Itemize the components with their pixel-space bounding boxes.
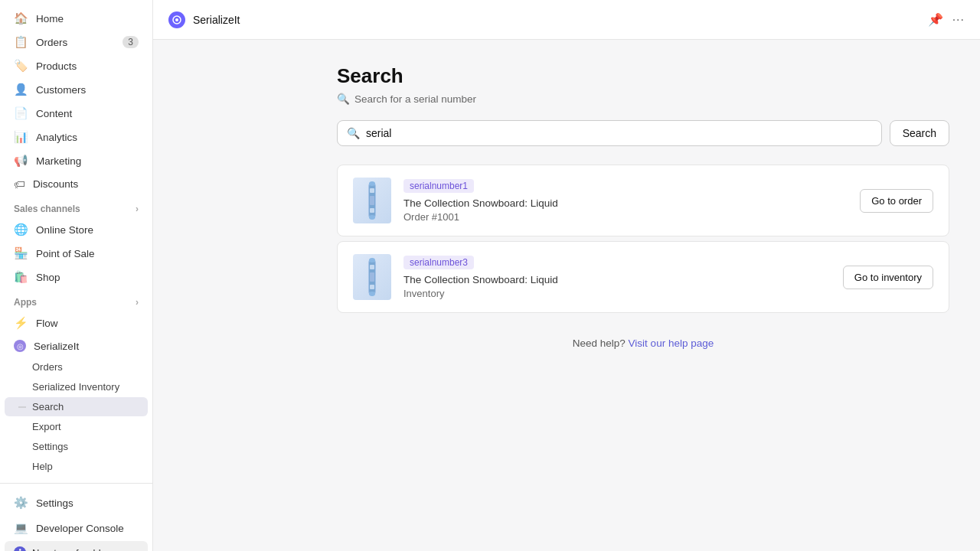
sidebar-sub-search[interactable]: Search (5, 397, 148, 416)
sidebar-item-non-transferable[interactable]: ℹ Non-transferable (5, 541, 148, 551)
svg-rect-13 (370, 285, 374, 289)
sidebar-item-discounts[interactable]: 🏷 Discounts (5, 173, 148, 195)
sidebar-item-label: Marketing (36, 155, 81, 167)
sidebar-item-label: Products (36, 60, 77, 72)
serial-badge-1: serialnumber1 (403, 179, 474, 193)
more-options-button[interactable]: ··· (952, 13, 965, 27)
sales-channels-section[interactable]: Sales channels › (0, 196, 152, 217)
search-box-wrapper: 🔍 Search (337, 120, 949, 146)
sidebar-item-label: Orders (36, 37, 67, 48)
main-nav: 🏠 Home 📋 Orders 3 🏷️ Products 👤 Customer… (0, 7, 152, 195)
search-input[interactable] (366, 127, 872, 139)
help-footer: Need help? Visit our help page (337, 337, 949, 349)
orders-icon: 📋 (14, 35, 28, 49)
main-content: Search 🔍 Search for a serial number 🔍 Se… (306, 40, 980, 551)
go-to-order-button[interactable]: Go to order (860, 189, 933, 213)
apps-section[interactable]: Apps › (0, 289, 152, 311)
analytics-icon: 📊 (14, 130, 28, 144)
sidebar-item-content[interactable]: 📄 Content (5, 102, 148, 125)
sidebar-item-label: SerializeIt (34, 341, 79, 352)
sidebar-bottom-label: Settings (36, 497, 74, 509)
svg-rect-4 (370, 188, 374, 193)
svg-rect-12 (370, 272, 374, 282)
sidebar-sub-settings[interactable]: Settings (5, 437, 148, 456)
svg-point-8 (369, 215, 375, 220)
sidebar-sub-label: Orders (32, 361, 63, 373)
result-info-1: serialnumber1 The Collection Snowboard: … (403, 179, 848, 223)
sidebar-item-products[interactable]: 🏷️ Products (5, 54, 148, 77)
sidebar-item-point-of-sale[interactable]: 🏪 Point of Sale (5, 242, 148, 265)
sidebar-item-label: Online Store (36, 224, 93, 236)
sidebar-bottom-label: Developer Console (36, 523, 124, 534)
developer-console-icon: 💻 (14, 521, 28, 535)
sidebar-item-label: Customers (36, 84, 86, 96)
topbar-right: 📌 ··· (928, 12, 965, 27)
serializeit-icon: ◎ (14, 340, 26, 352)
products-icon: 🏷️ (14, 59, 28, 73)
sidebar-item-online-store[interactable]: 🌐 Online Store (5, 218, 148, 241)
sidebar-sub-label: Help (32, 461, 53, 472)
sidebar-item-marketing[interactable]: 📢 Marketing (5, 149, 148, 172)
shop-icon: 🛍️ (14, 270, 28, 284)
sidebar: 🏠 Home 📋 Orders 3 🏷️ Products 👤 Customer… (0, 0, 153, 551)
sidebar-item-label: Home (36, 13, 64, 24)
help-text: Need help? (573, 337, 626, 349)
marketing-icon: 📢 (14, 154, 28, 168)
sidebar-nav: 🏠 Home 📋 Orders 3 🏷️ Products 👤 Customer… (0, 0, 152, 483)
sidebar-sub-help[interactable]: Help (5, 457, 148, 476)
customers-icon: 👤 (14, 83, 28, 96)
sidebar-item-shop[interactable]: 🛍️ Shop (5, 266, 148, 289)
search-button[interactable]: Search (890, 120, 949, 146)
discounts-icon: 🏷 (14, 178, 25, 191)
page-title: Search (337, 64, 949, 88)
sidebar-item-label: Flow (36, 318, 58, 329)
result-product-name-2: The Collection Snowboard: Liquid (403, 274, 831, 285)
sidebar-item-developer-console[interactable]: 💻 Developer Console (5, 516, 148, 540)
sidebar-item-label: Analytics (36, 132, 77, 143)
topbar: SerializeIt 📌 ··· (153, 0, 980, 40)
result-card-1: serialnumber1 The Collection Snowboard: … (337, 165, 949, 236)
results-container: serialnumber1 The Collection Snowboard: … (337, 165, 949, 313)
pin-icon[interactable]: 📌 (928, 12, 943, 27)
app-icon (168, 11, 185, 28)
sidebar-item-label: Discounts (33, 178, 78, 190)
svg-point-7 (369, 181, 375, 186)
search-input-container: 🔍 (337, 120, 882, 146)
result-image-1 (353, 178, 391, 223)
sidebar-sub-serialized-inventory[interactable]: Serialized Inventory (5, 377, 148, 396)
apps-chevron-icon: › (136, 297, 139, 308)
svg-point-1 (175, 18, 178, 21)
sidebar-item-home[interactable]: 🏠 Home (5, 7, 148, 30)
go-to-inventory-button[interactable]: Go to inventory (843, 266, 933, 289)
result-info-2: serialnumber3 The Collection Snowboard: … (403, 256, 831, 299)
sidebar-sub-label: Serialized Inventory (32, 381, 119, 393)
point-of-sale-icon: 🏪 (14, 246, 28, 260)
sidebar-item-settings[interactable]: ⚙️ Settings (5, 491, 148, 515)
home-icon: 🏠 (14, 11, 28, 25)
sidebar-item-label: Content (36, 108, 72, 119)
sidebar-sub-export[interactable]: Export (5, 417, 148, 436)
result-image-2 (353, 254, 391, 300)
topbar-title: SerializeIt (193, 14, 240, 26)
flow-icon: ⚡ (14, 316, 28, 330)
sidebar-sub-orders[interactable]: Orders (5, 357, 148, 377)
svg-rect-11 (370, 265, 374, 269)
settings-icon: ⚙️ (14, 496, 28, 510)
sidebar-item-serializeit[interactable]: ◎ SerializeIt (5, 335, 148, 357)
sidebar-item-orders[interactable]: 📋 Orders 3 (5, 31, 148, 54)
page-subtitle: 🔍 Search for a serial number (337, 93, 949, 105)
sidebar-item-customers[interactable]: 👤 Customers (5, 78, 148, 101)
serial-badge-2: serialnumber3 (403, 256, 474, 269)
sidebar-sub-label: Export (32, 421, 61, 432)
sidebar-item-analytics[interactable]: 📊 Analytics (5, 126, 148, 148)
sidebar-item-flow[interactable]: ⚡ Flow (5, 311, 148, 334)
result-meta-2: Inventory (403, 288, 831, 299)
result-card-2: serialnumber3 The Collection Snowboard: … (337, 241, 949, 313)
sidebar-bottom: ⚙️ Settings 💻 Developer Console ℹ Non-tr… (0, 483, 152, 551)
content-icon: 📄 (14, 106, 28, 120)
svg-point-14 (369, 258, 375, 262)
online-store-icon: 🌐 (14, 223, 28, 236)
sidebar-sub-label: Search (32, 401, 64, 412)
help-link[interactable]: Visit our help page (629, 337, 714, 349)
result-product-name-1: The Collection Snowboard: Liquid (403, 197, 848, 209)
